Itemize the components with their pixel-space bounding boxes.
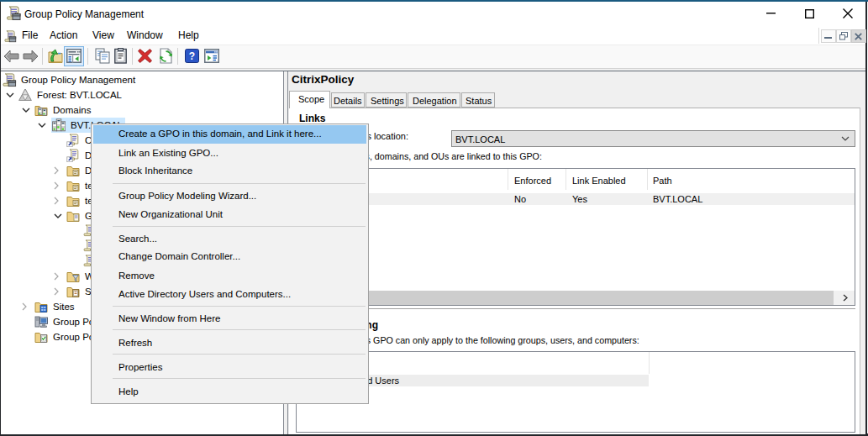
- svg-text:?: ?: [189, 50, 195, 62]
